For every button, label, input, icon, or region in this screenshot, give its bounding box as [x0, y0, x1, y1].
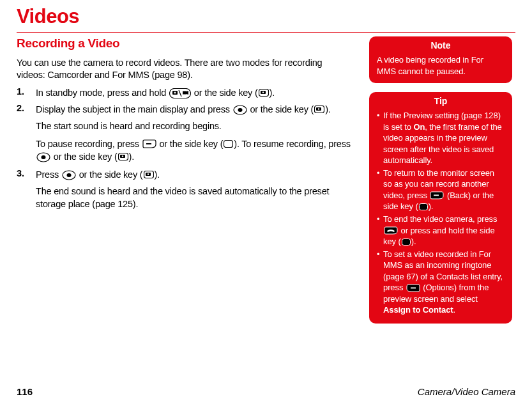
tip-item: • To return to the monitor screen so as …: [377, 168, 505, 212]
tip-callout: Tip • If the Preview setting (page 128) …: [369, 92, 512, 324]
main-column: Recording a Video You can use the camera…: [17, 36, 369, 332]
intro-paragraph: You can use the camera to record videos.…: [17, 57, 351, 81]
step-text: Press or the side key ().: [36, 168, 160, 181]
footer-section: Camera/Video Camera: [418, 386, 515, 397]
svg-point-11: [318, 108, 319, 109]
tip-title: Tip: [369, 92, 512, 109]
note-body: A video being recorded in For MMS cannot…: [369, 53, 512, 83]
side-key-plain-icon: [224, 140, 233, 148]
side-key-plain-icon: [402, 238, 411, 246]
step-2-sub-2: To pause recording, press or the side ke…: [36, 137, 351, 163]
section-subtitle: Recording a Video: [17, 36, 351, 51]
svg-rect-12: [146, 143, 151, 144]
page-title: Videos: [17, 0, 515, 28]
step-number: 1.: [17, 86, 36, 99]
side-key-camera-icon: [314, 105, 324, 114]
svg-point-8: [238, 108, 242, 112]
svg-rect-25: [419, 204, 427, 210]
side-key-plain-icon: [419, 203, 428, 211]
center-key-icon: [62, 170, 76, 180]
step-3-sub: The end sound is heard and the video is …: [36, 185, 351, 210]
left-softkey-icon: [406, 284, 420, 293]
side-column: Note A video being recorded in For MMS c…: [369, 36, 512, 332]
note-title: Note: [369, 36, 512, 53]
svg-point-15: [42, 155, 46, 159]
svg-rect-26: [402, 238, 410, 245]
note-callout: Note A video being recorded in For MMS c…: [369, 36, 512, 83]
step-2: 2. Display the subject in the main displ…: [17, 103, 351, 116]
side-key-camera-icon: [118, 153, 128, 162]
step-text: In standby mode, press and hold or the s…: [36, 86, 275, 99]
step-3: 3. Press or the side key ().: [17, 168, 351, 181]
right-softkey-icon: [142, 139, 156, 149]
svg-point-23: [147, 173, 148, 175]
svg-point-18: [121, 155, 123, 157]
svg-rect-13: [224, 141, 233, 148]
svg-rect-3: [183, 91, 186, 94]
svg-point-20: [66, 173, 71, 177]
svg-rect-24: [434, 195, 439, 196]
camera-video-key-icon: [169, 88, 191, 98]
step-1: 1. In standby mode, press and hold or th…: [17, 86, 351, 99]
center-key-icon: [233, 105, 247, 115]
tip-item: • If the Preview setting (page 128) is s…: [377, 110, 505, 166]
step-2-sub-1: The start sound is heard and recording b…: [36, 120, 351, 132]
svg-rect-27: [411, 287, 416, 288]
tip-item: • To set a video recorded in For MMS as …: [377, 249, 505, 316]
side-key-camera-icon: [259, 89, 269, 98]
page-footer: 116 Camera/Video Camera: [17, 386, 515, 397]
page-number: 116: [17, 386, 33, 397]
right-softkey-icon: [430, 191, 444, 200]
step-number: 2.: [17, 103, 36, 116]
step-number: 3.: [17, 168, 36, 181]
end-key-icon: [384, 226, 398, 235]
svg-point-2: [174, 91, 176, 93]
tip-item: • To end the video camera, press or pres…: [377, 214, 505, 247]
step-text: Display the subject in the main display …: [36, 103, 331, 116]
title-divider: [17, 32, 515, 33]
side-key-camera-icon: [144, 171, 154, 180]
svg-point-6: [262, 91, 263, 93]
center-key-icon: [36, 152, 50, 162]
